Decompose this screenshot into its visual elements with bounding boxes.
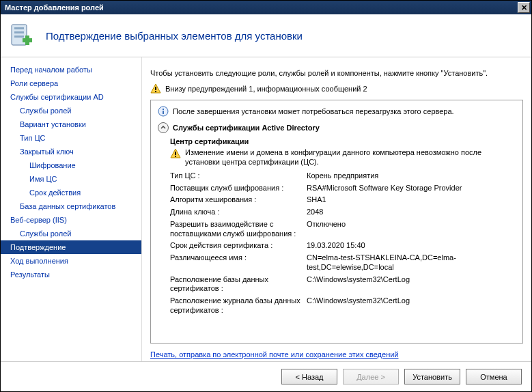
svg-rect-10	[163, 111, 164, 114]
property-key: Различающееся имя :	[170, 253, 307, 272]
warning-icon	[150, 83, 161, 94]
link-row: Печать, отправка по электронной почте ил…	[150, 344, 523, 361]
close-button[interactable]: ✕	[518, 2, 530, 13]
property-value: CN=elma-test-STSHAKLEINA-CA,DC=elma-test…	[307, 253, 517, 272]
property-key: Расположение журнала базы данных сертифи…	[170, 296, 307, 316]
back-button[interactable]: < Назад	[281, 369, 337, 384]
property-key: Длина ключа :	[170, 208, 307, 217]
svg-rect-14	[175, 156, 176, 157]
nav-item[interactable]: Результаты	[1, 268, 141, 281]
nav-item[interactable]: Веб-сервер (IIS)	[1, 213, 141, 227]
property-value: RSA#Microsoft Software Key Storage Provi…	[307, 184, 517, 193]
sidebar: Перед началом работыРоли сервераСлужбы с…	[1, 57, 142, 361]
property-key: Алгоритм хеширования :	[170, 195, 307, 205]
property-value: 19.03.2020 15:40	[307, 241, 517, 251]
svg-rect-13	[175, 152, 176, 155]
header: Подтверждение выбранных элементов для ус…	[1, 14, 531, 57]
nav-item[interactable]: Тип ЦС	[1, 131, 141, 145]
warning-icon	[170, 148, 181, 159]
nav-item[interactable]: Перед началом работы	[1, 63, 141, 76]
nav-item[interactable]: Службы ролей	[1, 104, 141, 117]
property-value: Корень предприятия	[307, 171, 517, 181]
nav-item[interactable]: Роли сервера	[1, 76, 141, 90]
next-button: Далее >	[343, 369, 399, 384]
property-row: Тип ЦС :Корень предприятия	[158, 170, 517, 182]
property-value: 2048	[307, 208, 517, 217]
summary-warning-text: Внизу предупреждений 1, информационных с…	[165, 85, 367, 93]
property-row: Поставщик служб шифрования :RSA#Microsof…	[158, 182, 517, 195]
wizard-icon	[9, 22, 36, 49]
property-value: C:\Windows\system32\CertLog	[307, 296, 517, 316]
nav-item[interactable]: Вариант установки	[1, 117, 141, 131]
group-title: Службы сертификации Active Directory	[173, 124, 320, 132]
property-key: Разрешить взаимодействие с поставщиками …	[170, 220, 307, 239]
window-title: Мастер добавления ролей	[5, 3, 104, 12]
svg-rect-1	[14, 27, 24, 29]
nav-item[interactable]: Службы сертификации AD	[1, 90, 141, 104]
titlebar: Мастер добавления ролей ✕	[1, 1, 531, 14]
install-button[interactable]: Установить	[404, 369, 460, 384]
nav-item[interactable]: Шифрование	[1, 158, 141, 172]
details-scroll[interactable]: После завершения установки может потребо…	[151, 100, 522, 343]
svg-rect-8	[155, 91, 156, 92]
sub-title: Центр сертификации	[158, 136, 517, 147]
main-panel: Чтобы установить следующие роли, службы …	[142, 57, 531, 361]
nav-item[interactable]: Имя ЦС	[1, 172, 141, 186]
property-value: Отключено	[307, 220, 517, 239]
svg-rect-3	[14, 36, 24, 38]
property-row: Расположение журнала базы данных сертифи…	[158, 295, 517, 317]
svg-rect-2	[14, 31, 24, 33]
cancel-button[interactable]: Отмена	[466, 369, 522, 384]
ca-warning-text: Изменение имени и домена в конфигурации …	[185, 148, 517, 167]
property-row: Длина ключа :2048	[158, 206, 517, 219]
nav-item[interactable]: Закрытый ключ	[1, 145, 141, 158]
close-icon: ✕	[521, 4, 527, 12]
group-header[interactable]: Службы сертификации Active Directory	[158, 121, 517, 136]
svg-rect-11	[163, 109, 164, 110]
property-row: Срок действия сертификата :19.03.2020 15…	[158, 240, 517, 252]
wizard-window: Мастер добавления ролей ✕ Подтверждение …	[0, 0, 532, 392]
nav-item[interactable]: Службы ролей	[1, 227, 141, 240]
info-restart-row: После завершения установки может потребо…	[158, 104, 517, 121]
property-row: Различающееся имя :CN=elma-test-STSHAKLE…	[158, 252, 517, 274]
ca-warning-row: Изменение имени и домена в конфигурации …	[158, 147, 517, 170]
nav-item[interactable]: Подтверждение	[1, 240, 141, 254]
details-box: После завершения установки может потребо…	[150, 100, 523, 344]
nav-item[interactable]: Срок действия	[1, 186, 141, 199]
property-row: Расположение базы данных сертификатов :C…	[158, 274, 517, 296]
property-key: Срок действия сертификата :	[170, 241, 307, 251]
property-value: C:\Windows\system32\CertLog	[307, 275, 517, 294]
property-row: Разрешить взаимодействие с поставщиками …	[158, 219, 517, 240]
svg-rect-7	[155, 87, 156, 90]
print-save-link[interactable]: Печать, отправка по электронной почте ил…	[150, 350, 399, 359]
property-key: Тип ЦС :	[170, 171, 307, 181]
svg-rect-5	[23, 38, 32, 42]
instruction-text: Чтобы установить следующие роли, службы …	[150, 68, 523, 78]
nav-item[interactable]: Ход выполнения	[1, 254, 141, 268]
collapse-icon	[158, 122, 169, 133]
info-icon	[158, 106, 169, 117]
summary-warning-row: Внизу предупреждений 1, информационных с…	[150, 83, 523, 94]
property-row: Алгоритм хеширования :SHA1	[158, 194, 517, 206]
property-key: Поставщик служб шифрования :	[170, 184, 307, 193]
page-title: Подтверждение выбранных элементов для ус…	[46, 30, 303, 42]
footer: < Назад Далее > Установить Отмена	[1, 361, 531, 391]
property-key: Расположение базы данных сертификатов :	[170, 275, 307, 294]
property-value: SHA1	[307, 195, 517, 205]
nav-item[interactable]: База данных сертификатов	[1, 199, 141, 213]
info-restart-text: После завершения установки может потребо…	[173, 107, 454, 115]
